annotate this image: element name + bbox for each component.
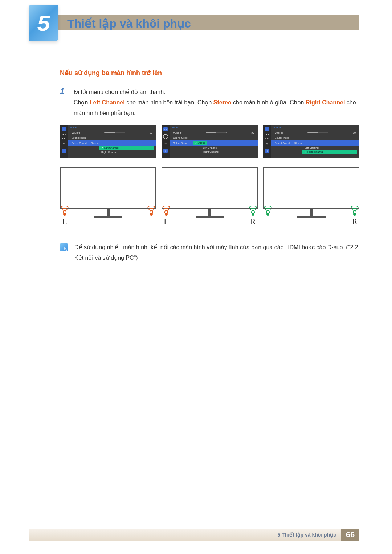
volume-bar xyxy=(206,132,227,133)
osd-right-channel: Right Channel xyxy=(99,150,154,154)
osd-mode-row: Sound Mode xyxy=(70,135,154,140)
sub-heading: Nếu sử dụng ba màn hình trở lên xyxy=(60,69,359,77)
footer-page: 66 xyxy=(341,529,359,541)
channel-label-L: L xyxy=(62,217,67,226)
speaker-icon-left xyxy=(61,206,69,216)
volume-bar xyxy=(104,132,125,133)
kw-left-channel: Left Channel xyxy=(90,99,125,106)
channel-label-R: R xyxy=(250,217,256,226)
chapter-title: Thiết lập và khôi phục xyxy=(67,17,191,30)
step-number: 1 xyxy=(60,86,66,118)
monitor-icon: ▭ xyxy=(163,127,168,131)
monitor-right: R xyxy=(263,167,359,226)
note-icon xyxy=(60,243,68,251)
note-text: Để sử dụng nhiều màn hình, kết nối các m… xyxy=(74,242,359,263)
page-content: Nếu sử dụng ba màn hình trở lên 1 Đi tới… xyxy=(60,69,359,263)
osd-title: Sound xyxy=(70,126,154,129)
speakers-center-monitor: L R xyxy=(162,206,258,226)
osd-mode-row: Sound Mode xyxy=(172,135,256,140)
osd-left-channel: Left Channel xyxy=(201,146,256,150)
osd-volume-row: Volume 50 xyxy=(70,130,154,135)
speakers-left-monitor: L xyxy=(60,206,156,226)
speaker-icon-right xyxy=(147,206,155,226)
footer-text: 5 Thiết lập và khôi phục xyxy=(29,529,341,541)
info-icon: i xyxy=(163,149,168,153)
speaker-icon-left xyxy=(264,206,272,226)
osd-right-channel: Right Channel xyxy=(302,150,357,154)
osd-main: Sound Volume 50 Sound Mode Select Sound … xyxy=(271,125,359,158)
osd-right-channel: Right Channel xyxy=(201,150,256,154)
monitor-center: L R xyxy=(162,167,258,226)
monitors-illustration: L L xyxy=(60,167,359,226)
volume-bar xyxy=(307,132,328,133)
info-icon: i xyxy=(265,149,269,153)
monitor-icon: ▭ xyxy=(62,127,66,131)
step-text: Đi tới menu chọn chế độ âm thanh. Chọn L… xyxy=(74,87,359,118)
osd-title: Sound xyxy=(172,126,256,129)
osd-title: Sound xyxy=(273,126,357,129)
channel-label-R: R xyxy=(352,217,358,226)
footer: 5 Thiết lập và khôi phục 66 xyxy=(29,529,359,541)
monitor-screen xyxy=(162,167,258,209)
brightness-icon xyxy=(265,134,269,139)
osd-select-row: Select Sound Stereo xyxy=(271,140,359,146)
kw-right-channel: Right Channel xyxy=(306,99,345,106)
speaker-icon-right xyxy=(351,206,359,216)
osd-left-channel: Left Channel xyxy=(302,146,357,150)
kw-stereo: Stereo xyxy=(213,99,232,106)
osd-select-row: Select Sound Stereo xyxy=(170,140,258,146)
chapter-number: 5 xyxy=(37,10,50,36)
gear-icon: ⚙ xyxy=(265,141,269,146)
osd-side-icons: ▭ ⚙ i xyxy=(162,125,170,158)
info-icon: i xyxy=(62,149,66,153)
osd-left-channel: Left Channel xyxy=(99,146,154,150)
osd-select-row: Select Sound Stereo xyxy=(68,140,156,146)
speaker-icon-right xyxy=(249,206,257,216)
monitor-left: L xyxy=(60,167,156,226)
osd-side-icons: ▭ ⚙ i xyxy=(60,125,68,158)
speaker-icon-left xyxy=(162,206,170,216)
osd-left: ▭ ⚙ i Sound Volume 50 Sound Mode Select … xyxy=(60,125,156,158)
osd-row: ▭ ⚙ i Sound Volume 50 Sound Mode Select … xyxy=(60,125,359,158)
osd-center: ▭ ⚙ i Sound Volume 50 Sound Mode Select … xyxy=(162,125,258,158)
osd-main: Sound Volume 50 Sound Mode Select Sound … xyxy=(68,125,156,158)
osd-stereo: Stereo xyxy=(193,141,208,145)
brightness-icon xyxy=(163,134,168,139)
osd-volume-row: Volume 50 xyxy=(273,130,357,135)
monitor-screen xyxy=(263,167,359,209)
step-1: 1 Đi tới menu chọn chế độ âm thanh. Chọn… xyxy=(60,87,359,118)
osd-main: Sound Volume 50 Sound Mode Select Sound … xyxy=(170,125,258,158)
chapter-tab: 5 xyxy=(29,5,58,41)
osd-side-icons: ▭ ⚙ i xyxy=(263,125,271,158)
osd-right: ▭ ⚙ i Sound Volume 50 Sound Mode Select … xyxy=(263,125,359,158)
monitor-icon: ▭ xyxy=(265,127,269,131)
brightness-icon xyxy=(62,134,66,139)
speakers-right-monitor: R xyxy=(263,206,359,226)
channel-label-L: L xyxy=(164,217,168,226)
note: Để sử dụng nhiều màn hình, kết nối các m… xyxy=(60,242,359,263)
gear-icon: ⚙ xyxy=(62,141,66,146)
monitor-screen xyxy=(60,167,156,209)
osd-mode-row: Sound Mode xyxy=(273,135,357,140)
gear-icon: ⚙ xyxy=(163,141,168,146)
osd-volume-row: Volume 50 xyxy=(172,130,256,135)
